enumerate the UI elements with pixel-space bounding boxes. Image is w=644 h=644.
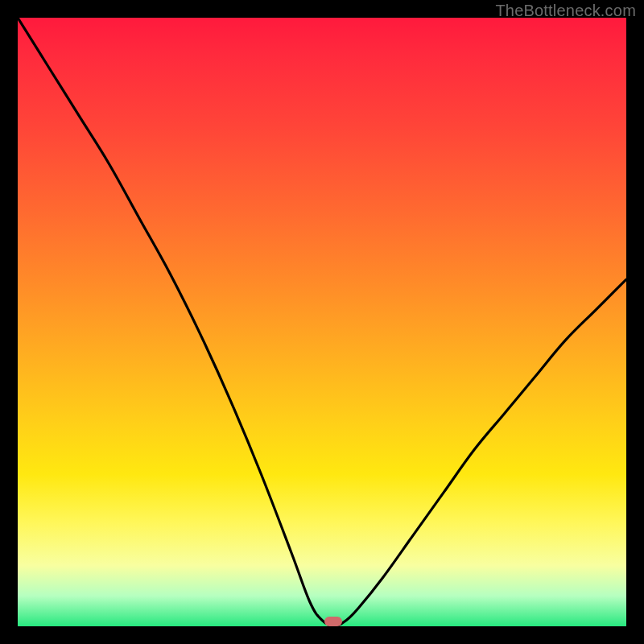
optimal-marker bbox=[324, 617, 342, 626]
bottleneck-curve bbox=[18, 18, 626, 626]
chart-frame: TheBottleneck.com bbox=[0, 0, 644, 644]
plot-area bbox=[18, 18, 626, 626]
